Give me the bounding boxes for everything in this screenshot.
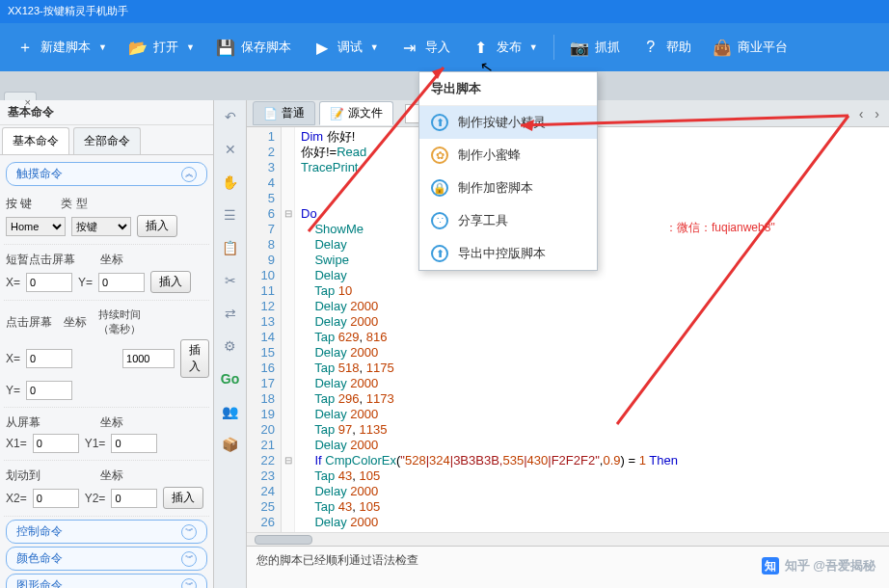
section-short-tap: 短暂点击屏幕坐标 X= Y= 插入 bbox=[4, 245, 209, 301]
open-button[interactable]: 📂打开▼ bbox=[119, 32, 204, 63]
gear-icon[interactable]: ⚙ bbox=[220, 335, 241, 357]
dd-share-tool[interactable]: ∵分享工具 bbox=[419, 204, 597, 237]
annotation-text: ：微信：fuqianweb8" bbox=[665, 220, 775, 236]
dd-export-central[interactable]: ⬆导出中控版脚本 bbox=[419, 237, 597, 270]
chevron-down-icon: ︾ bbox=[181, 524, 197, 540]
main-toolbar: ＋新建脚本▼ 📂打开▼ 💾保存脚本 ▶调试▼ ⇥导入 ⬆发布▼ 📷抓抓 ?帮助 … bbox=[0, 23, 889, 71]
save-icon: 💾 bbox=[216, 38, 235, 57]
market-button[interactable]: 👜商业平台 bbox=[703, 32, 797, 63]
save-button[interactable]: 💾保存脚本 bbox=[206, 32, 301, 63]
panel-title: 基本命令 bbox=[0, 100, 213, 125]
insert-button[interactable]: 插入 bbox=[150, 271, 191, 293]
key-label: 按 键 bbox=[6, 196, 32, 212]
section-key-type: 按 键 类 型 Home 按键 插入 bbox=[4, 189, 209, 245]
key-select[interactable]: Home bbox=[6, 217, 66, 236]
hand-icon[interactable]: ✋ bbox=[220, 172, 241, 193]
capture-button[interactable]: 📷抓抓 bbox=[560, 32, 630, 63]
chevron-down-icon: ︾ bbox=[181, 578, 197, 589]
zhihu-icon: 知 bbox=[762, 557, 779, 575]
type-label: 类 型 bbox=[61, 196, 87, 212]
category-shape[interactable]: 图形命令︾ bbox=[6, 574, 207, 588]
share-icon: ∵ bbox=[431, 212, 448, 229]
doc-icon: 📄 bbox=[263, 107, 278, 120]
section-from-screen: 从屏幕坐标 X1= Y1= bbox=[4, 408, 209, 461]
bee-icon: ✿ bbox=[431, 147, 448, 164]
plus-icon: ＋ bbox=[15, 38, 35, 57]
debug-button[interactable]: ▶调试▼ bbox=[303, 32, 389, 63]
category-color[interactable]: 颜色命令︾ bbox=[6, 547, 207, 571]
close-icon[interactable]: × bbox=[25, 96, 31, 108]
category-touch[interactable]: 触摸命令︽ bbox=[6, 162, 207, 186]
nav-next[interactable]: › bbox=[871, 106, 883, 121]
delete-icon[interactable]: ✕ bbox=[220, 139, 241, 160]
camera-icon: 📷 bbox=[570, 38, 589, 57]
folder-icon: 📂 bbox=[128, 38, 148, 57]
to-y2[interactable] bbox=[111, 489, 157, 508]
caret-icon: ▼ bbox=[186, 42, 195, 52]
tab-all-commands[interactable]: 全部命令 bbox=[73, 127, 141, 154]
tap-x[interactable] bbox=[26, 349, 72, 368]
to-x2[interactable] bbox=[33, 489, 79, 508]
watermark: 知 知乎 @吾爱揭秘 bbox=[762, 557, 876, 575]
import-button[interactable]: ⇥导入 bbox=[391, 32, 460, 63]
from-y1[interactable] bbox=[111, 434, 157, 453]
go-icon[interactable]: Go bbox=[220, 368, 241, 389]
caret-icon: ▼ bbox=[370, 42, 379, 52]
type-select[interactable]: 按键 bbox=[71, 217, 131, 236]
short-tap-x[interactable] bbox=[26, 273, 72, 292]
tab-source[interactable]: 📝源文件 bbox=[319, 101, 393, 125]
publish-dropdown: 导出脚本 ⬆制作按键小精灵 ✿制作小蜜蜂 🔒制作加密脚本 ∵分享工具 ⬆导出中控… bbox=[418, 71, 598, 271]
caret-icon: ▼ bbox=[98, 42, 107, 52]
tab-normal[interactable]: 📄普通 bbox=[253, 101, 315, 125]
insert-button[interactable]: 插入 bbox=[180, 339, 209, 378]
bag-icon: 👜 bbox=[713, 38, 732, 57]
publish-icon: ⬆ bbox=[471, 38, 491, 57]
import-icon: ⇥ bbox=[400, 38, 419, 57]
section-tap-screen: 点击屏幕坐标持续时间 （毫秒） X= 插入 Y= bbox=[4, 301, 209, 408]
users-icon[interactable]: 👥 bbox=[220, 401, 241, 422]
list-icon[interactable]: ☰ bbox=[220, 204, 241, 226]
from-x1[interactable] bbox=[33, 434, 79, 453]
insert-button[interactable]: 插入 bbox=[163, 487, 203, 509]
horizontal-scrollbar[interactable] bbox=[247, 532, 889, 546]
dd-make-bee[interactable]: ✿制作小蜜蜂 bbox=[419, 139, 597, 172]
help-icon: ? bbox=[641, 38, 660, 57]
paste-icon[interactable]: 📋 bbox=[220, 237, 241, 258]
section-scroll-to: 划动到坐标 X2= Y2= 插入 bbox=[4, 461, 209, 517]
export-icon: ⬆ bbox=[431, 245, 448, 262]
chevron-up-icon: ︽ bbox=[181, 167, 197, 182]
lock-icon: 🔒 bbox=[431, 179, 448, 197]
play-icon: ▶ bbox=[312, 38, 332, 57]
dd-make-encrypted[interactable]: 🔒制作加密脚本 bbox=[419, 172, 597, 204]
tap-y[interactable] bbox=[26, 381, 72, 400]
tap-duration[interactable] bbox=[122, 349, 175, 368]
package-icon[interactable]: 📦 bbox=[220, 434, 241, 455]
new-script-button[interactable]: ＋新建脚本▼ bbox=[6, 32, 117, 63]
commands-panel: 基本命令 基本命令 全部命令 触摸命令︽ 按 键 类 型 Home 按键 插入 … bbox=[0, 100, 214, 588]
wizard-icon: ⬆ bbox=[431, 114, 448, 131]
dd-make-wizard[interactable]: ⬆制作按键小精灵 bbox=[419, 106, 597, 139]
short-tap-y[interactable] bbox=[98, 273, 145, 292]
window-title: XX123-按键精灵手机助手 bbox=[0, 0, 889, 23]
caret-icon: ▼ bbox=[529, 42, 538, 52]
vertical-toolstrip: ↶ ✕ ✋ ☰ 📋 ✂ ⇄ ⚙ Go 👥 📦 bbox=[214, 100, 247, 588]
publish-button[interactable]: ⬆发布▼ bbox=[462, 32, 548, 63]
help-button[interactable]: ?帮助 bbox=[632, 32, 701, 63]
fold-gutter[interactable]: ⊟⊟ bbox=[282, 127, 295, 532]
category-control[interactable]: 控制命令︾ bbox=[6, 520, 207, 544]
tab-basic-commands[interactable]: 基本命令 bbox=[2, 127, 69, 154]
document-tab[interactable]: × bbox=[4, 92, 37, 100]
nav-prev[interactable]: ‹ bbox=[855, 106, 868, 121]
undo-icon[interactable]: ↶ bbox=[220, 106, 241, 127]
dropdown-title: 导出脚本 bbox=[419, 72, 597, 106]
insert-button[interactable]: 插入 bbox=[137, 215, 177, 237]
cut-icon[interactable]: ✂ bbox=[220, 270, 241, 291]
chevron-down-icon: ︾ bbox=[181, 551, 197, 567]
line-gutter: 1234567891011121314151617181920212223242… bbox=[247, 127, 282, 532]
code-icon: 📝 bbox=[330, 107, 344, 120]
swap-icon[interactable]: ⇄ bbox=[220, 303, 241, 324]
